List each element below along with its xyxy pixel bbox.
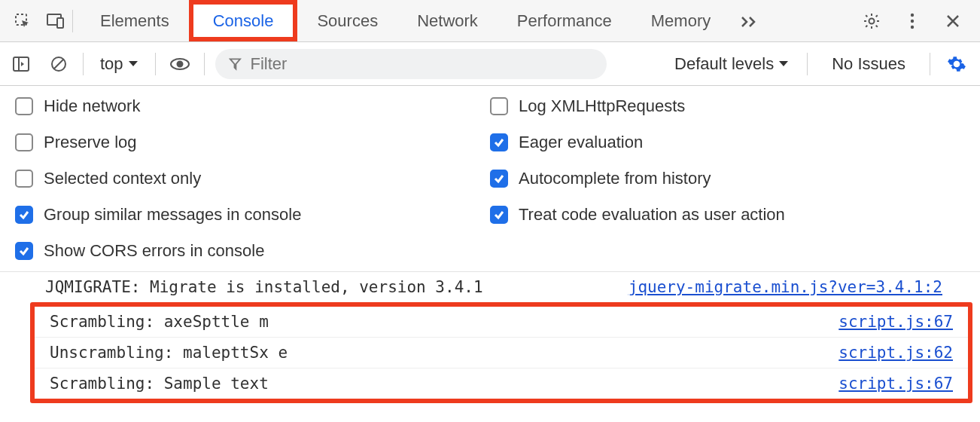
log-entry: JQMIGRATE: Migrate is installed, version… (0, 272, 980, 302)
console-settings-gear-icon[interactable] (941, 54, 972, 74)
svg-point-4 (911, 13, 914, 16)
console-subbar: top Default levels No Issues (0, 42, 980, 86)
filter-icon (229, 57, 242, 71)
close-icon[interactable] (938, 5, 968, 38)
checkbox[interactable] (15, 170, 33, 188)
setting-label: Preserve log (44, 133, 137, 152)
setting-label: Autocomplete from history (519, 169, 711, 188)
tab-label: Network (417, 11, 478, 31)
setting-label: Show CORS errors in console (44, 241, 264, 261)
kebab-menu-icon[interactable] (897, 5, 927, 38)
log-entry: Scrambling: axeSpttle m script.js:67 (35, 307, 968, 337)
svg-point-6 (911, 25, 914, 28)
setting-group-similar[interactable]: Group similar messages in console (15, 205, 490, 225)
svg-rect-2 (57, 18, 63, 28)
tab-label: Console (213, 11, 274, 31)
panel-tabs: Elements Console Sources Network Perform… (81, 0, 851, 41)
context-selector[interactable]: top (94, 54, 145, 74)
divider (204, 53, 205, 75)
setting-eager-eval[interactable]: Eager evaluation (490, 133, 965, 152)
toolbar-right (851, 5, 974, 38)
log-source-link[interactable]: script.js:62 (838, 344, 953, 362)
log-source-link[interactable]: jquery-migrate.min.js?ver=3.4.1:2 (628, 278, 942, 296)
checkbox[interactable] (490, 206, 508, 224)
checkbox[interactable] (15, 97, 33, 115)
log-levels-selector[interactable]: Default levels (667, 54, 796, 74)
divider (155, 53, 156, 75)
device-toggle-icon[interactable] (39, 5, 72, 38)
divider (930, 53, 930, 75)
tab-label: Performance (517, 11, 612, 31)
setting-autocomplete-history[interactable]: Autocomplete from history (490, 169, 965, 188)
checkbox[interactable] (490, 133, 508, 151)
setting-label: Treat code evaluation as user action (519, 205, 785, 225)
log-message: JQMIGRATE: Migrate is installed, version… (45, 278, 628, 296)
tab-console[interactable]: Console (189, 0, 298, 41)
chevron-down-icon (128, 60, 138, 68)
svg-point-10 (177, 61, 182, 66)
issues-indicator[interactable]: No Issues (818, 54, 919, 74)
filter-field[interactable] (215, 49, 607, 79)
log-message: Unscrambling: malepttSx e (50, 344, 838, 362)
log-message: Scrambling: axeSpttle m (50, 313, 838, 331)
settings-gear-icon[interactable] (857, 5, 887, 38)
divider (807, 53, 808, 75)
tab-performance[interactable]: Performance (498, 0, 632, 41)
tab-sources[interactable]: Sources (297, 0, 397, 41)
tab-network[interactable]: Network (397, 0, 498, 41)
chevron-down-icon (778, 60, 789, 68)
svg-point-3 (869, 18, 875, 23)
setting-label: Hide network (44, 96, 140, 116)
tab-memory[interactable]: Memory (632, 0, 730, 41)
live-expression-icon[interactable] (166, 50, 193, 78)
setting-hide-network[interactable]: Hide network (15, 96, 490, 116)
checkbox[interactable] (15, 133, 33, 151)
setting-label: Selected context only (44, 169, 201, 188)
setting-show-cors[interactable]: Show CORS errors in console (15, 241, 490, 261)
checkbox[interactable] (490, 170, 508, 188)
issues-label: No Issues (832, 54, 905, 73)
checkbox[interactable] (15, 242, 33, 260)
setting-label: Log XMLHttpRequests (519, 96, 685, 116)
divider (72, 10, 73, 32)
console-log-area: JQMIGRATE: Migrate is installed, version… (0, 272, 980, 415)
setting-selected-context[interactable]: Selected context only (15, 169, 490, 188)
log-entry: Unscrambling: malepttSx e script.js:62 (35, 337, 968, 368)
tab-elements[interactable]: Elements (81, 0, 189, 41)
divider (83, 53, 84, 75)
svg-point-5 (911, 19, 914, 22)
tab-label: Sources (317, 11, 378, 31)
levels-label: Default levels (674, 54, 774, 74)
clear-console-icon[interactable] (45, 50, 72, 78)
log-entry: Scrambling: Sample text script.js:67 (35, 368, 968, 399)
setting-treat-user-action[interactable]: Treat code evaluation as user action (490, 205, 965, 225)
tab-label: Memory (651, 11, 711, 31)
setting-log-xhr[interactable]: Log XMLHttpRequests (490, 96, 965, 116)
inspect-icon[interactable] (6, 5, 39, 38)
checkbox[interactable] (15, 206, 33, 224)
console-settings-panel: Hide network Log XMLHttpRequests Preserv… (0, 86, 980, 272)
setting-preserve-log[interactable]: Preserve log (15, 133, 490, 152)
setting-label: Eager evaluation (519, 133, 643, 152)
setting-label: Group similar messages in console (44, 205, 301, 225)
log-message: Scrambling: Sample text (50, 375, 838, 393)
log-source-link[interactable]: script.js:67 (838, 313, 953, 331)
more-tabs-icon[interactable] (730, 14, 769, 28)
sidebar-toggle-icon[interactable] (8, 50, 35, 78)
highlighted-logs: Scrambling: axeSpttle m script.js:67 Uns… (30, 302, 972, 403)
checkbox[interactable] (490, 97, 508, 115)
tab-label: Elements (100, 11, 169, 31)
filter-input[interactable] (251, 54, 593, 74)
devtools-toolbar: Elements Console Sources Network Perform… (0, 0, 980, 42)
context-label: top (100, 54, 123, 74)
log-source-link[interactable]: script.js:67 (838, 375, 953, 393)
